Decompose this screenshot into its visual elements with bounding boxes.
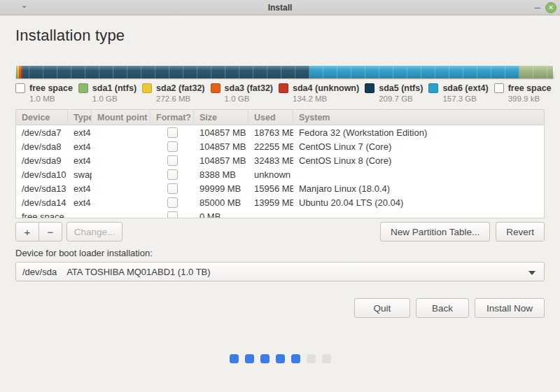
cell-format (150, 197, 194, 208)
column-header[interactable]: Device (16, 110, 68, 125)
cell-system: Fedora 32 (Workstation Edition) (293, 127, 544, 138)
format-checkbox[interactable] (167, 141, 178, 152)
legend-swatch (365, 83, 374, 93)
progress-dot (291, 354, 300, 363)
cell-system: Manjaro Linux (18.0.4) (293, 183, 544, 194)
table-body: /dev/sda7ext4104857 MB18763 MBFedora 32 … (16, 125, 544, 218)
progress-dot (276, 354, 285, 363)
partition-bar-segment[interactable] (22, 66, 309, 78)
legend-label: sda3 (fat32) (225, 83, 273, 93)
column-header[interactable]: Mount point (92, 110, 150, 125)
bootloader-label: Device for boot loader installation: (15, 248, 545, 258)
legend-label: free space (29, 83, 73, 93)
cell-size: 104857 MB (194, 141, 248, 152)
cell-size: 0 MB (194, 211, 248, 219)
cell-device: /dev/sda9 (16, 155, 68, 166)
format-checkbox[interactable] (167, 127, 178, 138)
legend-item: free space399.9 kB (494, 83, 552, 103)
format-checkbox[interactable] (167, 155, 178, 166)
cell-size: 104857 MB (194, 127, 248, 138)
remove-partition-button[interactable]: − (38, 222, 62, 241)
cell-type: ext4 (68, 127, 92, 138)
format-checkbox[interactable] (167, 197, 178, 208)
partition-bar (15, 66, 554, 78)
table-row[interactable]: /dev/sda10swap8388 MBunknown (16, 167, 544, 181)
cell-device: /dev/sda14 (16, 197, 68, 208)
partition-bar-segment[interactable] (553, 66, 554, 78)
add-partition-button[interactable]: + (15, 222, 39, 241)
progress-dot (230, 354, 239, 363)
table-row[interactable]: free space0 MB (16, 209, 544, 218)
revert-button[interactable]: Revert (496, 222, 545, 241)
legend-label: free space (508, 83, 552, 93)
table-row[interactable]: /dev/sda8ext4104857 MB22255 MBCentOS Lin… (16, 139, 544, 153)
footer-buttons: Quit Back Install Now (15, 298, 545, 318)
cell-device: free space (16, 211, 68, 219)
legend-swatch (428, 83, 438, 93)
legend-size: 157.3 GB (442, 94, 488, 103)
column-header[interactable]: Type (68, 110, 92, 125)
cell-format (150, 211, 194, 219)
column-header[interactable]: Size (194, 110, 248, 125)
bootloader-device-dropdown[interactable]: /dev/sda ATA TOSHIBA MQ01ABD1 (1.0 TB) (15, 262, 545, 281)
window-menu-icon[interactable]: ⌄ (21, 1, 27, 10)
column-header[interactable]: Format? (150, 110, 194, 125)
legend-item: sda1 (ntfs)1.0 GB (78, 83, 136, 103)
legend-swatch (279, 83, 288, 93)
legend-label: sda6 (ext4) (442, 83, 488, 93)
format-checkbox[interactable] (167, 183, 178, 194)
column-header[interactable]: System (293, 110, 544, 125)
column-header[interactable]: Used (248, 110, 293, 125)
legend-label: sda4 (unknown) (293, 83, 359, 93)
install-window: ⌄ Install ─ ✕ Installation type free spa… (0, 0, 560, 392)
table-row[interactable]: /dev/sda9ext4104857 MB32483 MBCentOS Lin… (16, 153, 544, 167)
wizard-progress-dots (15, 354, 545, 363)
legend-swatch (211, 83, 220, 93)
format-checkbox[interactable] (167, 211, 178, 219)
cell-size: 99999 MB (194, 183, 248, 194)
install-now-button[interactable]: Install Now (475, 298, 545, 318)
progress-dot (260, 354, 270, 363)
legend-item: sda3 (fat32)1.0 GB (211, 83, 273, 103)
format-checkbox[interactable] (167, 169, 178, 180)
table-row[interactable]: /dev/sda14ext485000 MB13959 MBUbuntu 20.… (16, 195, 544, 209)
cell-format (150, 155, 194, 166)
partition-table[interactable]: DeviceTypeMount pointFormat?SizeUsedSyst… (15, 109, 545, 218)
cell-format (150, 127, 194, 138)
change-partition-button[interactable]: Change... (66, 222, 122, 241)
cell-system: CentOS Linux 8 (Core) (293, 155, 544, 166)
legend-label: sda1 (ntfs) (92, 83, 136, 93)
progress-dot (307, 354, 316, 363)
legend-item: sda6 (ext4)157.3 GB (428, 83, 488, 103)
bootloader-device-description: ATA TOSHIBA MQ01ABD1 (1.0 TB) (66, 267, 210, 277)
cell-format (150, 141, 194, 152)
new-partition-table-button[interactable]: New Partition Table... (380, 222, 490, 241)
legend-item: sda2 (fat32)272.6 MB (142, 83, 204, 103)
legend-size: 134.2 MB (293, 94, 359, 103)
partition-legend: free space1.0 MBsda1 (ntfs)1.0 GBsda2 (f… (15, 83, 560, 103)
cell-used: 32483 MB (248, 155, 293, 166)
back-button[interactable]: Back (416, 298, 469, 318)
cell-type: ext4 (68, 197, 92, 208)
cell-device: /dev/sda13 (16, 183, 68, 194)
progress-dot (322, 354, 331, 363)
progress-dot (245, 354, 254, 363)
legend-label: sda2 (fat32) (156, 83, 204, 93)
bootloader-device-value: /dev/sda (22, 267, 57, 277)
cell-size: 104857 MB (194, 155, 248, 166)
legend-item: sda4 (unknown)134.2 MB (279, 83, 359, 103)
close-button[interactable]: ✕ (545, 2, 556, 13)
cell-used: 22255 MB (248, 141, 293, 152)
legend-swatch (78, 83, 88, 93)
quit-button[interactable]: Quit (354, 298, 410, 318)
chevron-down-icon (528, 271, 536, 275)
table-row[interactable]: /dev/sda13ext499999 MB15956 MBManjaro Li… (16, 181, 544, 195)
partition-bar-segment[interactable] (309, 66, 519, 78)
window-title: Install (0, 3, 560, 13)
legend-size: 1.0 MB (29, 94, 73, 103)
legend-size: 209.7 GB (379, 94, 423, 103)
legend-label: sda5 (ntfs) (379, 83, 423, 93)
minimize-button[interactable]: ─ (534, 0, 540, 15)
partition-bar-segment[interactable] (519, 66, 553, 78)
table-row[interactable]: /dev/sda7ext4104857 MB18763 MBFedora 32 … (16, 125, 544, 139)
